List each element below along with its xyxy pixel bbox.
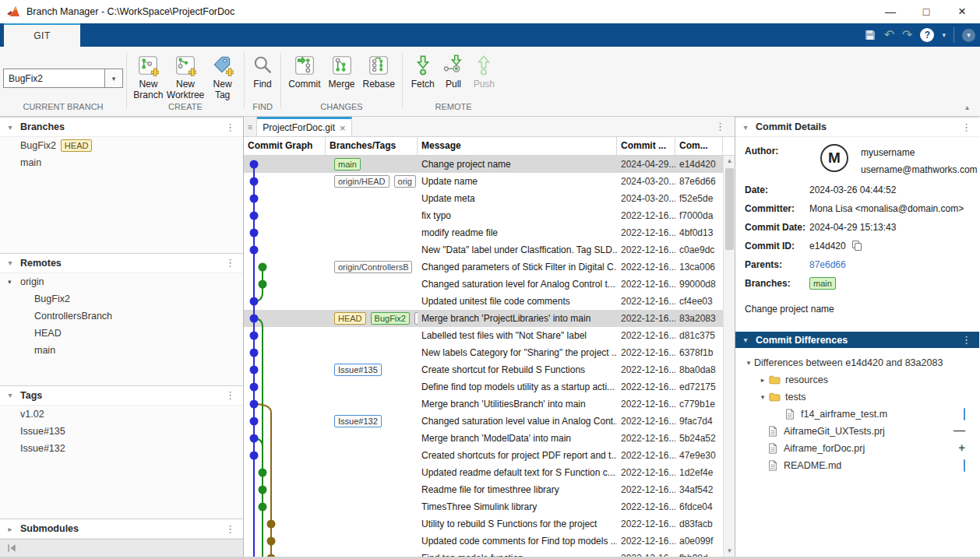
sidebar-remote-branch-item[interactable]: ControllersBranch [0,308,243,325]
current-branch-dropdown-button[interactable]: ▾ [104,69,123,88]
commit-row[interactable]: New "Data" label under Clasffication. Ta… [244,241,735,258]
sidebar-tag-item[interactable]: Issue#135 [0,423,243,440]
commit-row[interactable]: Created shortcuts for project PDF report… [244,447,735,464]
commit-details-menu-icon[interactable]: ⋮ [961,121,971,133]
save-icon[interactable] [864,29,876,41]
commit-row[interactable]: Find top models function2022-12-16...fbb… [244,550,735,557]
commit-row[interactable]: origin/HEADorigUpdate name2024-03-20...8… [244,173,735,190]
new-worktree-button[interactable]: New Worktree [167,53,204,101]
redo-icon[interactable]: ↷ [902,29,912,41]
commit-differences-menu-icon[interactable]: ⋮ [961,334,971,346]
commit-button[interactable]: Commit [287,53,322,90]
branches-panel-header[interactable]: ▾ Branches ⋮ [0,117,243,137]
diff-file-row[interactable]: README.md [735,457,979,474]
diff-root-row[interactable]: ▾Differences between e14d420 and 83a2083 [735,354,979,371]
commit-row[interactable]: Define find top models utility as a star… [244,378,735,396]
commit-row[interactable]: Updated code comments for Find top model… [244,533,735,550]
tab-list-icon[interactable]: ≡ [244,117,257,136]
scroll-up-icon[interactable]: ▲ [724,156,735,167]
copy-icon[interactable] [852,241,862,251]
commit-row[interactable]: Updated readme default text for S Functi… [244,464,735,481]
diff-folder-row[interactable]: ▾tests [735,388,979,406]
commit-row[interactable]: Labelled test files with "Not Share" lab… [244,327,735,344]
commit-row[interactable]: Merge branch 'UtilitiesBranch' into main… [244,396,735,413]
sidebar-remote-branch-item[interactable]: HEAD [0,325,243,342]
commit-row[interactable]: TimesThree Simulink library2022-12-16...… [244,498,735,515]
diff-folder-row[interactable]: ▸resources [735,371,979,388]
commit-row[interactable]: mainChange project name2024-04-29...e14d… [244,156,735,173]
sidebar-tag-item[interactable]: Issue#132 [0,440,243,457]
help-icon[interactable]: ? [920,28,934,42]
chevron-down-icon[interactable]: ▾ [743,359,754,367]
sidebar-remote-branch-item[interactable]: BugFix2 [0,290,243,308]
merge-button[interactable]: Merge [325,53,359,90]
collapse-sidebar-icon[interactable] [6,543,17,554]
commit-row[interactable]: fix typo2022-12-16...f7000da [244,207,735,224]
commit-row[interactable]: HEADBugFix2oMerge branch 'ProjectLibrari… [244,310,735,327]
chevron-down-icon[interactable]: ▾ [0,391,20,399]
commit-row[interactable]: New labels Category for "Sharing" the pr… [244,344,735,361]
sidebar-branch-item[interactable]: main [0,154,243,171]
chevron-right-icon[interactable]: ▸ [0,525,20,533]
column-header-com-[interactable]: Com... [675,137,723,155]
tags-panel-header[interactable]: ▾ Tags ⋮ [0,385,243,406]
commit-row[interactable]: modify readme file2022-12-16...4bf0d13 [244,224,735,241]
document-menu-icon[interactable]: ⋮ [715,121,725,132]
close-button[interactable]: × [944,0,980,23]
tab-projectfordoc-git[interactable]: ProjectForDoc.git × [257,117,352,136]
current-branch-input[interactable] [3,69,104,88]
undo-icon[interactable]: ↶ [884,29,894,41]
sidebar-tag-item[interactable]: v1.02 [0,406,243,423]
minimize-button[interactable]: — [872,0,908,23]
column-header-commit-graph[interactable]: Commit Graph [244,137,326,155]
chevron-down-icon[interactable]: ▾ [735,123,756,132]
diff-file-row[interactable]: f14_airframe_test.m [735,406,979,423]
commit-differences-header[interactable]: ▾ Commit Differences ⋮ [735,332,979,348]
commit-row[interactable]: Readme file for timesthree library2022-1… [244,481,735,498]
diff-file-row[interactable]: Aiframe_forDoc.prj+ [735,440,979,457]
toolstrip-options-icon[interactable]: ▾ [962,29,975,42]
chevron-right-icon[interactable]: ▸ [757,376,768,384]
chevron-down-icon[interactable]: ▾ [0,123,20,132]
sidebar-remote-root[interactable]: ▾origin [0,273,243,290]
collapse-ribbon-icon[interactable]: ▴ [965,103,969,111]
column-header-commit-[interactable]: Commit ... [617,137,675,155]
close-tab-icon[interactable]: × [340,122,346,134]
help-dropdown-icon[interactable]: ▾ [942,31,946,39]
scrollbar-thumb[interactable] [725,168,734,250]
commit-row[interactable]: Updated unitest file code comments2022-1… [244,293,735,310]
chevron-down-icon[interactable]: ▾ [8,278,20,286]
commit-row[interactable]: Merge branch 'ModelData' into main2022-1… [244,430,735,447]
column-header-message[interactable]: Message [418,137,617,155]
sidebar-remote-branch-item[interactable]: main [0,342,243,359]
commit-details-header[interactable]: ▾ Commit Details ⋮ [735,117,979,137]
commit-row[interactable]: Changed saturation level for Analog Cont… [244,276,735,293]
tab-git[interactable]: GIT [4,23,80,47]
commit-row[interactable]: Issue#135Create shortcut for Rebuild S F… [244,361,735,378]
fetch-button[interactable]: Fetch [409,53,436,90]
find-button[interactable]: Find [251,53,274,90]
scroll-down-icon[interactable]: ▼ [724,546,735,557]
chevron-down-icon[interactable]: ▾ [735,336,756,344]
tags-menu-icon[interactable]: ⋮ [225,389,235,401]
commit-row[interactable]: origin/ControllersBChanged parameters of… [244,258,735,276]
commit-row[interactable]: Update meta2024-03-20...f52e5de [244,190,735,207]
sidebar-branch-item[interactable]: BugFix2HEAD [0,137,243,154]
remotes-menu-icon[interactable]: ⋮ [225,257,235,269]
commit-row[interactable]: Issue#132Changed saturation level value … [244,413,735,430]
remotes-panel-header[interactable]: ▾ Remotes ⋮ [0,253,243,273]
rebase-button[interactable]: Rebase [361,53,396,90]
commit-row[interactable]: Utility to rebuild S Functions for the p… [244,515,735,533]
chevron-down-icon[interactable]: ▾ [757,393,768,401]
table-scrollbar[interactable]: ▲ ▼ [723,156,735,557]
chevron-down-icon[interactable]: ▾ [0,258,20,267]
branches-menu-icon[interactable]: ⋮ [225,121,235,133]
new-branch-button[interactable]: New Branch [133,53,164,101]
pull-button[interactable]: Pull [439,53,467,90]
submodules-menu-icon[interactable]: ⋮ [225,523,235,535]
maximize-button[interactable]: □ [908,0,944,23]
column-header-branches-tags[interactable]: Branches/Tags [326,137,418,155]
submodules-panel-header[interactable]: ▸ Submodules ⋮ [0,519,243,539]
push-button[interactable]: Push [471,53,498,90]
parent-commit-link[interactable]: 87e6d66 [809,258,846,272]
